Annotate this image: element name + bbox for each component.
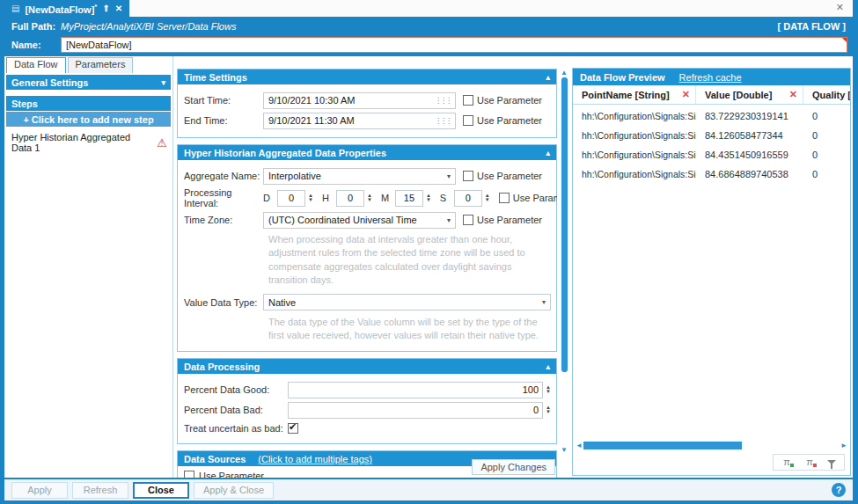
start-time-use-parameter-checkbox[interactable] [463, 95, 473, 106]
scrollbar-track[interactable] [583, 442, 840, 449]
seconds-input[interactable]: 0 [454, 190, 482, 207]
minutes-input[interactable]: 15 [395, 190, 423, 207]
clear-filter-icon[interactable]: ✕ [789, 89, 797, 100]
use-parameter-label: Use Parameter [477, 95, 542, 106]
filter-funnel-icon[interactable] [827, 460, 836, 464]
cell-quality: 0 [803, 150, 850, 160]
use-parameter-label: Use Parameter [477, 115, 542, 126]
scroll-right-icon[interactable]: ► [840, 442, 848, 449]
document-icon: ▤ [11, 4, 19, 13]
full-path-label: Full Path: [11, 21, 55, 32]
minutes-spinner[interactable] [426, 194, 431, 202]
aggregate-name-dropdown[interactable]: Interpolative ▾ [263, 168, 456, 185]
data-processing-header[interactable]: Data Processing ▴ [178, 359, 556, 374]
dropdown-arrow-icon: ▾ [542, 298, 546, 306]
date-picker-icon[interactable]: ⋮⋮⋮ [435, 97, 451, 105]
percent-data-good-label: Percent Data Good: [184, 384, 288, 395]
seconds-spinner[interactable] [485, 194, 490, 202]
preview-row[interactable]: hh:\Configuration\Signals:SineFast 84.12… [573, 126, 850, 145]
full-path-bar: Full Path: MyProject/AnalytiX/BI Server/… [4, 17, 853, 36]
percent-data-bad-input[interactable]: 0 [288, 402, 543, 419]
apply-changes-button[interactable]: Apply Changes [472, 459, 555, 475]
tabstrip-spacer [129, 0, 836, 17]
tab-close-icon[interactable]: ✕ [115, 4, 122, 13]
time-zone-help-text: When processing data at intervals greate… [184, 231, 551, 291]
column-pointname[interactable]: PointName [String] ✕ [573, 85, 696, 104]
start-time-value: 9/10/2021 10:30 AM [268, 95, 355, 106]
data-processing-title: Data Processing [184, 362, 260, 372]
hours-spinner[interactable] [367, 194, 372, 202]
tab-newdataflow[interactable]: ▤ [NewDataFlow]* ⇑ ✕ [4, 0, 129, 17]
left-panel: Data Flow Parameters General Settings ▾ … [4, 56, 173, 478]
end-time-input[interactable]: 9/10/2021 11:30 AM ⋮⋮⋮ [263, 113, 456, 129]
tab-parameters[interactable]: Parameters [68, 57, 134, 73]
scrollbar-thumb[interactable] [583, 442, 742, 449]
data-flow-preview-panel: Data Flow Preview Refresh cache PointNam… [572, 68, 851, 476]
percent-good-spinner[interactable] [546, 385, 551, 394]
apply-button[interactable]: Apply [11, 482, 68, 499]
preview-column-headers: PointName [String] ✕ Value [Double] ✕ Qu… [573, 85, 850, 105]
tab-strip: ▤ [NewDataFlow]* ⇑ ✕ ✕ [4, 0, 853, 17]
percent-data-good-input[interactable]: 100 [288, 382, 543, 398]
preview-row[interactable]: hh:\Configuration\Signals:SineFast 84.43… [573, 145, 850, 164]
date-picker-icon[interactable]: ⋮⋮⋮ [435, 117, 451, 125]
time-zone-row: Time Zone: (UTC) Coordinated Universal T… [184, 211, 551, 229]
help-icon[interactable]: ? [832, 483, 846, 497]
name-input[interactable]: [NewDataFlow] [61, 37, 847, 53]
time-settings-title: Time Settings [184, 72, 247, 83]
scrollbar-track[interactable] [559, 77, 569, 446]
time-zone-dropdown[interactable]: (UTC) Coordinated Universal Time ▾ [263, 212, 456, 229]
tab-data-flow[interactable]: Data Flow [6, 57, 66, 73]
remove-filter-icon[interactable] [804, 457, 815, 467]
percent-data-bad-label: Percent Data Bad: [184, 405, 288, 415]
step-label: Hyper Historian Aggregated Data 1 [11, 132, 150, 153]
start-time-input[interactable]: 9/10/2021 10:30 AM ⋮⋮⋮ [263, 92, 456, 109]
preview-row[interactable]: hh:\Configuration\Signals:SineFast 84.68… [573, 164, 850, 184]
value-data-type-dropdown[interactable]: Native ▾ [263, 294, 551, 310]
start-time-row: Start Time: 9/10/2021 10:30 AM ⋮⋮⋮ Use P… [184, 91, 551, 109]
hh-properties-header[interactable]: Hyper Historian Aggregated Data Properti… [178, 145, 556, 160]
data-flow-type-badge: [ DATA FLOW ] [778, 21, 846, 32]
end-time-use-parameter-checkbox[interactable] [463, 115, 473, 126]
interval-use-parameter-checkbox[interactable] [499, 193, 510, 203]
chevron-up-icon: ▴ [546, 73, 550, 82]
scrollbar-thumb[interactable] [561, 77, 568, 372]
general-settings-header[interactable]: General Settings ▾ [6, 75, 171, 90]
step-item-hyper-historian[interactable]: Hyper Historian Aggregated Data 1 ⚠ [4, 127, 172, 158]
add-step-button[interactable]: + Click here to add new step [6, 112, 171, 127]
apply-and-close-button[interactable]: Apply & Close [194, 482, 274, 499]
cell-value: 84.6864889740538 [696, 169, 803, 179]
scroll-down-icon[interactable]: ▼ [561, 446, 568, 455]
refresh-button[interactable]: Refresh [72, 482, 128, 499]
percent-bad-spinner[interactable] [546, 405, 551, 414]
preview-rows: hh:\Configuration\Signals:SineFast 83.72… [573, 105, 850, 440]
scroll-up-icon[interactable]: ▲ [561, 69, 568, 77]
time-settings-header[interactable]: Time Settings ▴ [178, 69, 556, 84]
preview-header: Data Flow Preview Refresh cache [573, 69, 850, 85]
time-zone-value: (UTC) Coordinated Universal Time [268, 215, 417, 225]
scroll-left-icon[interactable]: ◄ [575, 442, 583, 449]
add-multiple-tags-link[interactable]: (Click to add multiple tags) [258, 454, 372, 464]
hours-input[interactable]: 0 [336, 190, 364, 207]
refresh-cache-link[interactable]: Refresh cache [679, 72, 742, 83]
navigate-up-icon[interactable]: ⇑ [102, 4, 109, 13]
treat-uncertain-checkbox[interactable] [288, 423, 298, 434]
days-input[interactable]: 0 [277, 190, 305, 207]
column-quality[interactable]: Quality [UIn [803, 85, 850, 104]
middle-vertical-scrollbar[interactable]: ▲ ▼ [559, 69, 569, 455]
value-data-type-row: Value Data Type: Native ▾ [184, 294, 551, 311]
panel-close-icon[interactable]: ✕ [836, 0, 853, 17]
edit-filter-icon[interactable] [781, 457, 792, 467]
days-spinner[interactable] [308, 194, 313, 202]
preview-row[interactable]: hh:\Configuration\Signals:SineFast 83.72… [573, 106, 850, 126]
column-value[interactable]: Value [Double] ✕ [696, 85, 803, 104]
steps-header: Steps [6, 96, 171, 111]
aggregate-use-parameter-checkbox[interactable] [463, 171, 473, 181]
clear-filter-icon[interactable]: ✕ [682, 89, 690, 100]
close-button[interactable]: Close [133, 482, 189, 499]
preview-horizontal-scrollbar[interactable]: ◄ ► [573, 440, 850, 451]
timezone-use-parameter-checkbox[interactable] [463, 215, 473, 225]
value-data-type-help-text: The data type of the Value column will b… [184, 314, 551, 347]
data-sources-use-parameter-checkbox[interactable] [184, 471, 194, 478]
cell-pointname: hh:\Configuration\Signals:SineFast [573, 130, 696, 141]
